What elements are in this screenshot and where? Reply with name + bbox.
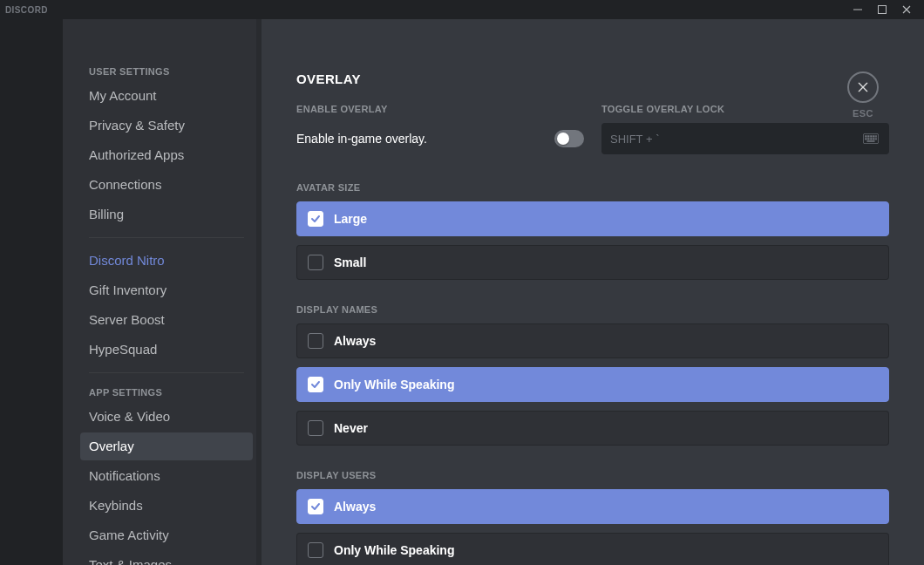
titlebar: DISCORD (0, 0, 924, 19)
svg-rect-4 (867, 135, 869, 137)
avatar-size-option-small[interactable]: Small (296, 245, 889, 280)
toggle-lock-label: TOGGLE OVERLAY LOCK (601, 104, 889, 114)
sidebar-item-discord-nitro[interactable]: Discord Nitro (80, 247, 253, 275)
enable-overlay-label: ENABLE OVERLAY (296, 104, 584, 114)
sidebar-item-hypesquad[interactable]: HypeSquad (80, 336, 253, 364)
avatar-size-option-large[interactable]: Large (296, 201, 889, 236)
settings-content: OVERLAY ENABLE OVERLAY Enable in-game ov… (262, 19, 924, 565)
close-settings-button[interactable] (847, 71, 879, 103)
svg-rect-7 (875, 135, 877, 137)
svg-rect-6 (873, 135, 874, 137)
option-label: Always (334, 500, 376, 514)
page-title: OVERLAY (296, 71, 889, 86)
settings-sidebar: USER SETTINGS My Account Privacy & Safet… (63, 19, 262, 565)
enable-overlay-text: Enable in-game overlay. (296, 132, 427, 146)
svg-rect-3 (865, 135, 866, 137)
checkbox-icon (308, 211, 323, 227)
sidebar-item-text-images[interactable]: Text & Images (80, 551, 253, 565)
esc-label: ESC (847, 108, 879, 119)
server-strip (0, 19, 63, 565)
sidebar-item-voice-video[interactable]: Voice & Video (80, 403, 253, 431)
display-names-label: DISPLAY NAMES (296, 304, 889, 315)
avatar-size-label: AVATAR SIZE (296, 182, 889, 193)
svg-rect-13 (867, 140, 875, 142)
option-label: Large (334, 212, 367, 226)
option-label: Small (334, 255, 366, 269)
display-users-option-always[interactable]: Always (296, 489, 889, 524)
close-settings: ESC (847, 71, 879, 119)
option-label: Only While Speaking (334, 378, 454, 391)
minimize-button[interactable] (846, 0, 870, 19)
option-label: Never (334, 421, 368, 435)
sidebar-item-privacy[interactable]: Privacy & Safety (80, 112, 253, 140)
svg-rect-1 (879, 6, 887, 14)
svg-rect-5 (870, 135, 872, 137)
display-users-option-only-speaking[interactable]: Only While Speaking (296, 533, 889, 565)
option-label: Always (334, 334, 376, 348)
sidebar-divider (89, 372, 244, 373)
enable-overlay-toggle[interactable] (554, 130, 584, 147)
maximize-button[interactable] (870, 0, 894, 19)
svg-rect-12 (875, 138, 877, 140)
keyboard-icon (861, 132, 880, 146)
sidebar-item-authorized-apps[interactable]: Authorized Apps (80, 141, 253, 169)
sidebar-header-app: APP SETTINGS (80, 382, 253, 403)
close-icon (856, 80, 870, 94)
sidebar-item-my-account[interactable]: My Account (80, 82, 253, 110)
sidebar-item-notifications[interactable]: Notifications (80, 462, 253, 490)
display-names-option-never[interactable]: Never (296, 411, 889, 446)
svg-rect-0 (853, 10, 862, 10)
svg-rect-11 (873, 138, 874, 140)
keybind-input[interactable]: SHIFT + ` (601, 123, 889, 154)
sidebar-divider (89, 237, 244, 238)
checkbox-icon (308, 542, 323, 558)
svg-rect-10 (870, 138, 872, 140)
checkbox-icon (308, 333, 323, 349)
sidebar-header-user: USER SETTINGS (80, 61, 253, 82)
sidebar-item-gift-inventory[interactable]: Gift Inventory (80, 276, 253, 304)
checkbox-icon (308, 377, 323, 392)
display-names-option-only-speaking[interactable]: Only While Speaking (296, 367, 889, 402)
app-name: DISCORD (5, 5, 48, 15)
display-users-label: DISPLAY USERS (296, 470, 889, 480)
sidebar-item-billing[interactable]: Billing (80, 201, 253, 228)
checkbox-icon (308, 255, 323, 270)
checkbox-icon (308, 499, 323, 514)
window-controls (846, 0, 919, 19)
option-label: Only While Speaking (334, 543, 454, 557)
checkbox-icon (308, 420, 323, 436)
sidebar-item-game-activity[interactable]: Game Activity (80, 521, 253, 549)
sidebar-item-keybinds[interactable]: Keybinds (80, 492, 253, 520)
display-names-option-always[interactable]: Always (296, 323, 889, 358)
sidebar-item-server-boost[interactable]: Server Boost (80, 306, 253, 334)
sidebar-item-overlay[interactable]: Overlay (80, 432, 253, 460)
svg-rect-8 (865, 138, 866, 140)
close-button[interactable] (894, 0, 919, 19)
sidebar-item-connections[interactable]: Connections (80, 171, 253, 199)
keybind-value: SHIFT + ` (610, 133, 659, 146)
svg-rect-9 (867, 138, 869, 140)
